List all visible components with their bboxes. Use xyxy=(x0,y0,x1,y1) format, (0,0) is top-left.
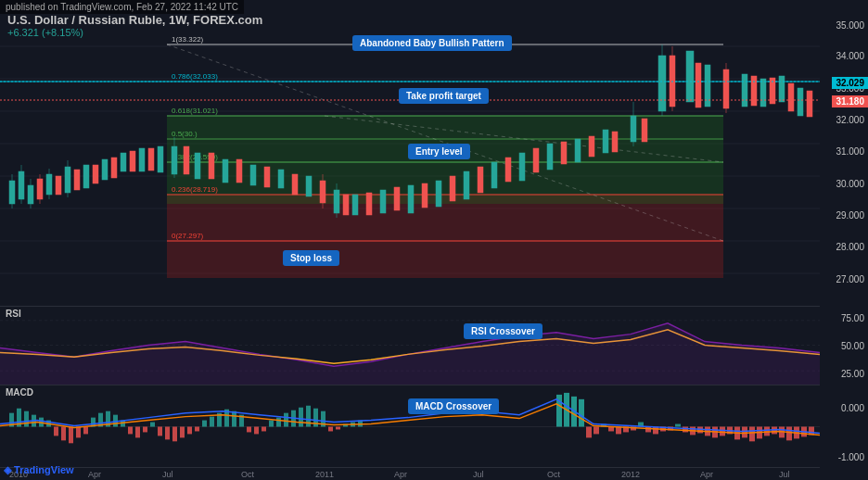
entry-level-annotation: Entry level xyxy=(408,144,470,159)
svg-rect-95 xyxy=(798,88,803,116)
svg-rect-85 xyxy=(603,130,608,153)
svg-rect-132 xyxy=(128,427,133,435)
svg-rect-77 xyxy=(394,187,400,210)
svg-rect-136 xyxy=(158,427,162,436)
current-price-box-2: 31.180 xyxy=(832,95,868,107)
svg-rect-71 xyxy=(491,162,497,188)
svg-rect-10 xyxy=(167,116,723,204)
svg-rect-190 xyxy=(749,427,755,442)
svg-rect-176 xyxy=(645,427,651,433)
macd-panel: MACD xyxy=(0,385,820,468)
svg-rect-150 xyxy=(262,427,266,432)
svg-rect-140 xyxy=(187,427,192,435)
svg-text:0(27.297): 0(27.297) xyxy=(172,232,204,240)
price-35: 35.000 xyxy=(836,20,864,31)
current-price-box-1: 32.029 xyxy=(832,77,868,89)
svg-rect-80 xyxy=(478,167,483,193)
svg-rect-68 xyxy=(408,185,414,213)
svg-rect-149 xyxy=(254,427,259,435)
stop-loss-annotation: Stop loss xyxy=(283,250,339,266)
tradingview-logo: ◈ TradingView xyxy=(4,464,74,476)
svg-rect-84 xyxy=(589,136,594,157)
chart-title: U.S. Dollar / Russian Ruble, 1W, FOREX.c… xyxy=(7,13,262,27)
svg-rect-93 xyxy=(760,79,766,107)
svg-rect-123 xyxy=(61,427,66,441)
svg-rect-46 xyxy=(93,165,98,183)
svg-rect-97 xyxy=(642,119,647,142)
svg-rect-67 xyxy=(380,190,386,213)
svg-rect-100 xyxy=(696,63,701,107)
svg-rect-60 xyxy=(264,167,270,187)
svg-text:0.786(32.033): 0.786(32.033) xyxy=(172,72,218,81)
svg-rect-92 xyxy=(742,74,747,107)
svg-rect-56 xyxy=(306,176,312,196)
svg-rect-180 xyxy=(675,424,681,427)
rsi-50: 50.00 xyxy=(841,341,864,351)
svg-text:0.618(31.021): 0.618(31.021) xyxy=(172,107,218,115)
svg-text:0.236(28.719): 0.236(28.719) xyxy=(172,185,218,194)
svg-rect-94 xyxy=(779,76,785,102)
svg-rect-142 xyxy=(202,421,207,427)
x-label-apr1: Apr xyxy=(88,470,101,479)
svg-rect-82 xyxy=(533,148,539,172)
macd-0: 0.000 xyxy=(841,403,864,413)
x-label-2011: 2011 xyxy=(315,470,334,479)
svg-rect-73 xyxy=(547,144,553,170)
svg-rect-141 xyxy=(195,427,199,432)
svg-rect-74 xyxy=(575,139,581,162)
svg-rect-69 xyxy=(436,181,441,207)
chart-change: +6.321 (+8.15%) xyxy=(7,27,262,38)
svg-rect-40 xyxy=(139,148,145,171)
svg-rect-45 xyxy=(74,170,80,190)
price-28: 28.000 xyxy=(836,242,864,252)
x-label-jul3: Jul xyxy=(779,470,790,479)
rsi-75: 75.00 xyxy=(841,313,864,323)
svg-rect-96 xyxy=(612,132,618,152)
svg-rect-58 xyxy=(209,153,214,179)
svg-rect-138 xyxy=(172,427,177,442)
svg-rect-55 xyxy=(278,170,284,188)
svg-rect-72 xyxy=(519,153,525,181)
svg-rect-135 xyxy=(150,423,155,427)
svg-rect-195 xyxy=(786,427,792,441)
x-label-apr2: Apr xyxy=(394,470,407,479)
x-label-apr3: Apr xyxy=(700,470,713,479)
price-32: 32.000 xyxy=(836,115,864,125)
price-30: 30.000 xyxy=(836,179,864,189)
svg-rect-105 xyxy=(788,83,794,111)
svg-rect-37 xyxy=(83,165,89,188)
svg-rect-155 xyxy=(299,408,303,427)
chart-header: U.S. Dollar / Russian Ruble, 1W, FOREX.c… xyxy=(7,13,262,38)
svg-rect-59 xyxy=(236,159,242,183)
x-label-oct2: Oct xyxy=(547,470,560,479)
price-31: 31.000 xyxy=(836,146,864,157)
svg-rect-54 xyxy=(250,165,256,185)
svg-text:0.5(30.): 0.5(30.) xyxy=(172,130,198,138)
macd-label: MACD xyxy=(6,387,33,398)
rsi-label: RSI xyxy=(6,309,21,319)
rsi-svg xyxy=(0,307,820,385)
svg-rect-75 xyxy=(343,195,349,215)
watermark-text: published on TradingView.com, Feb 27, 20… xyxy=(6,2,238,12)
svg-rect-181 xyxy=(683,427,688,433)
svg-rect-148 xyxy=(247,427,251,433)
svg-rect-76 xyxy=(366,193,372,215)
y-axis: 35.000 34.000 33.000 32.000 31.000 30.00… xyxy=(820,0,868,480)
svg-rect-152 xyxy=(276,418,281,427)
svg-rect-9 xyxy=(167,195,723,278)
svg-rect-143 xyxy=(210,417,214,427)
svg-rect-137 xyxy=(165,427,170,440)
rsi-crossover-annotation: RSI Crossover xyxy=(464,323,542,339)
svg-rect-124 xyxy=(69,427,73,444)
svg-rect-78 xyxy=(422,183,428,208)
main-chart: 1(33.322) 0.786(32.033) 0.618(31.021) 0.… xyxy=(0,9,820,306)
svg-rect-49 xyxy=(148,148,154,171)
take-profit-annotation: Take profit target xyxy=(399,88,489,104)
x-label-oct1: Oct xyxy=(241,470,254,479)
svg-rect-44 xyxy=(56,176,61,195)
svg-rect-106 xyxy=(807,91,812,117)
svg-rect-103 xyxy=(751,76,757,106)
svg-rect-159 xyxy=(328,427,333,432)
svg-rect-134 xyxy=(143,427,147,433)
watermark: published on TradingView.com, Feb 27, 20… xyxy=(0,0,244,14)
